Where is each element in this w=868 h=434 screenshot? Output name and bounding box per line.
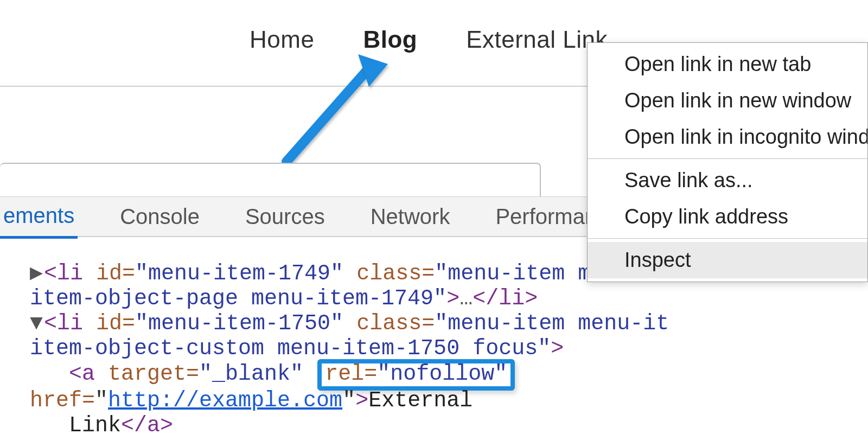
nav-item-external[interactable]: External Link	[466, 26, 608, 53]
attr-name: class=	[356, 261, 435, 286]
attr-name: class=	[356, 311, 435, 336]
href-url[interactable]: http://example.com	[108, 388, 342, 413]
nav-item-home[interactable]: Home	[250, 26, 314, 53]
svg-line-0	[286, 65, 372, 162]
caret-down-icon[interactable]: ▼	[30, 311, 44, 336]
attr-name: id=	[96, 311, 135, 336]
dom-hover-tooltip	[0, 163, 541, 197]
tag-close: </a>	[121, 413, 173, 434]
ellipsis-icon[interactable]: …	[459, 286, 473, 311]
tag-close-open: >	[355, 388, 368, 413]
attr-name: href=	[30, 388, 95, 413]
rel-nofollow-highlight: rel="nofollow"	[317, 359, 515, 391]
tag-close: </li>	[473, 286, 538, 311]
tab-network[interactable]: Network	[367, 205, 454, 229]
menu-separator	[588, 158, 867, 159]
caret-right-icon[interactable]: ▶	[30, 261, 44, 286]
tab-elements[interactable]: ements	[0, 203, 78, 239]
nav-item-blog[interactable]: Blog	[363, 26, 417, 53]
svg-marker-1	[358, 54, 388, 87]
menu-item-copy-link-address[interactable]: Copy link address	[588, 199, 867, 235]
menu-item-inspect[interactable]: Inspect	[588, 242, 867, 278]
attr-value: "menu-item menu-it	[435, 311, 669, 336]
link-text: External	[368, 388, 473, 413]
attr-name: rel=	[325, 362, 377, 386]
tag-close-open: >	[551, 336, 564, 361]
menu-item-open-incognito[interactable]: Open link in incognito window	[588, 119, 867, 155]
menu-item-save-link-as[interactable]: Save link as...	[588, 162, 867, 199]
annotation-arrow-icon	[277, 49, 396, 168]
attr-value: item-object-custom menu-item-1750 focus"	[30, 336, 551, 361]
attr-name: id=	[96, 261, 135, 286]
tab-sources[interactable]: Sources	[242, 205, 328, 229]
attr-value: item-object-page menu-item-1749"	[30, 286, 446, 311]
link-text: Link	[69, 413, 121, 434]
tab-console[interactable]: Console	[117, 205, 203, 229]
attr-value: "nofollow"	[377, 362, 507, 386]
attr-value: "_blank"	[199, 362, 303, 386]
attr-value: "menu-item-1750"	[135, 311, 343, 336]
tag-open: <li	[44, 261, 83, 286]
menu-separator	[588, 238, 867, 239]
tag-open: <a	[69, 362, 95, 386]
tag-open: <li	[44, 311, 83, 336]
attr-name: target=	[108, 362, 199, 386]
menu-item-open-new-tab[interactable]: Open link in new tab	[588, 46, 867, 82]
attr-value: "menu-item-1749"	[135, 261, 343, 286]
menu-item-open-new-window[interactable]: Open link in new window	[588, 82, 867, 119]
context-menu: Open link in new tab Open link in new wi…	[587, 42, 868, 282]
tag-close-open: >	[446, 286, 459, 311]
